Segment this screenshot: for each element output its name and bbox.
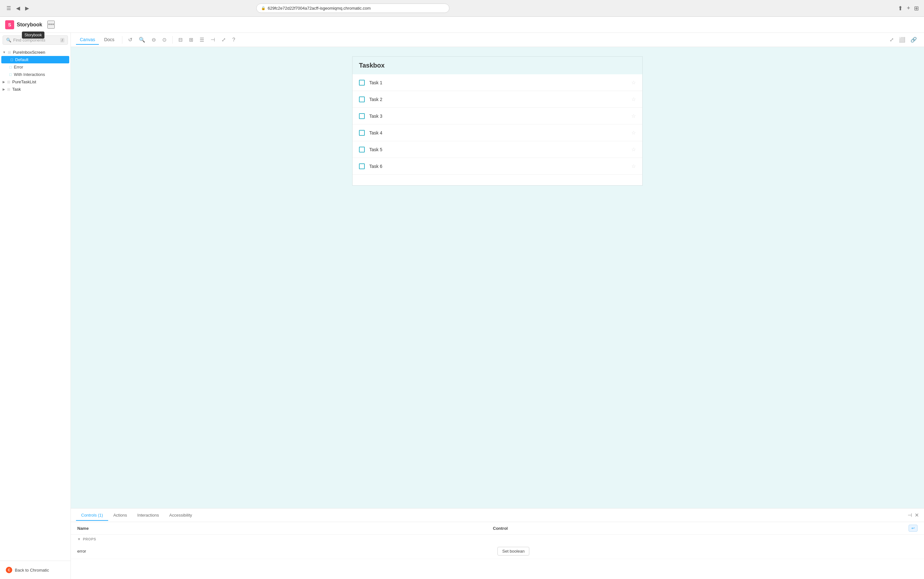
controls-control-col: Control — [493, 526, 909, 531]
tile-view-icon[interactable]: ⊞ — [187, 35, 195, 44]
zoom-in-icon[interactable]: 🔍 — [137, 35, 147, 44]
story-icon: ◻ — [9, 65, 12, 69]
task-label-1: Task 1 — [369, 80, 627, 85]
nav-item-label: Error — [14, 65, 23, 69]
storybook-logo-icon: S — [5, 20, 14, 29]
storybook-logo-text: Storybook — [17, 22, 42, 28]
table-row: Task 1 ☆ — [353, 74, 642, 91]
task-checkbox-3[interactable] — [359, 113, 365, 119]
task-checkbox-1[interactable] — [359, 80, 365, 85]
reset-controls-button[interactable]: ↩ — [909, 525, 917, 532]
grid-view-icon[interactable]: ⊟ — [176, 35, 184, 44]
zoom-reset-icon[interactable]: ⊙ — [160, 35, 168, 44]
table-row: Task 5 ☆ — [353, 141, 642, 158]
nav-group-header-pure-inbox-screen[interactable]: ▼ ⊞ PureInboxScreen — [0, 49, 71, 56]
tab-canvas[interactable]: Canvas — [76, 35, 99, 45]
group-label: PureInboxScreen — [13, 50, 45, 55]
toolbar-divider — [122, 36, 122, 44]
tab-interactions[interactable]: Interactions — [132, 510, 164, 521]
search-kbd: / — [60, 38, 64, 43]
new-tab-button[interactable]: + — [907, 5, 910, 11]
prop-control-error: Set boolean — [497, 547, 917, 556]
split-panel-icon[interactable]: ⊣ — [908, 512, 912, 518]
controls-name-col: Name — [77, 526, 493, 531]
story-icon: ◻ — [9, 72, 12, 77]
props-row-error: error Set boolean — [71, 544, 924, 559]
url-text: 629fc2e72d22f7004a72acff-isgeomiqmq.chro… — [268, 6, 371, 11]
group-label: PureTaskList — [12, 79, 36, 84]
group-label: Task — [12, 87, 21, 92]
task-checkbox-2[interactable] — [359, 96, 365, 102]
expand-icon[interactable]: ⤢ — [888, 35, 896, 44]
sidebar-item-default[interactable]: ◻ Default — [1, 56, 69, 63]
toolbar-tabs: Canvas Docs — [76, 35, 118, 45]
table-row: Task 4 ☆ — [353, 124, 642, 141]
group-icon: ⊞ — [8, 50, 11, 55]
sidebar-bottom: C Back to Chromatic — [0, 561, 71, 579]
tab-docs[interactable]: Docs — [100, 35, 118, 45]
tab-accessibility[interactable]: Accessibility — [164, 510, 197, 521]
task-checkbox-5[interactable] — [359, 147, 365, 152]
nav-group-header-pure-task-list[interactable]: ▶ ⊞ PureTaskList — [0, 78, 71, 85]
task-checkbox-6[interactable] — [359, 164, 365, 169]
toolbar-right: ⤢ ⬜ 🔗 — [888, 35, 919, 44]
sidebar-toggle-button[interactable]: ☰ — [5, 4, 12, 13]
back-to-chromatic-label: Back to Chromatic — [15, 568, 49, 572]
forward-button[interactable]: ▶ — [24, 4, 30, 13]
toolbar: Canvas Docs ↺ 🔍 ⊖ ⊙ ⊟ ⊞ ☰ ⊣ ⤢ ? ⤢ ⬜ 🔗 — [71, 33, 924, 47]
bottom-panel: Controls (1) Actions Interactions Access… — [71, 508, 924, 579]
share-button[interactable]: ⬆ — [898, 5, 903, 12]
storybook-header: S Storybook Storybook ••• — [0, 17, 924, 33]
controls-header: Name Control ↩ — [71, 522, 924, 535]
zoom-out-icon[interactable]: ⊖ — [150, 35, 158, 44]
copy-link-icon[interactable]: 🔗 — [909, 35, 919, 44]
nav-group-task: ▶ ⊞ Task — [0, 85, 71, 93]
task-star-1[interactable]: ☆ — [631, 79, 636, 85]
table-row: Task 3 ☆ — [353, 108, 642, 124]
nav-group-pure-inbox-screen: ▼ ⊞ PureInboxScreen ◻ Default ◻ Error ◻ — [0, 49, 71, 78]
split-view-icon[interactable]: ⊣ — [208, 35, 217, 44]
task-star-2[interactable]: ☆ — [631, 96, 636, 102]
browser-chrome: ☰ ◀ ▶ 🔒 629fc2e72d22f7004a72acff-isgeomi… — [0, 0, 924, 17]
nav-group-header-task[interactable]: ▶ ⊞ Task — [0, 85, 71, 93]
help-icon[interactable]: ? — [230, 36, 237, 44]
nav-item-label: Default — [15, 57, 28, 62]
list-view-icon[interactable]: ☰ — [198, 35, 206, 44]
canvas-area: Taskbox Task 1 ☆ Task 2 ☆ — [71, 47, 924, 508]
browser-controls: ☰ ◀ ▶ — [5, 4, 30, 13]
back-to-chromatic-button[interactable]: C Back to Chromatic — [4, 565, 67, 575]
chevron-down-icon: ▼ — [3, 51, 6, 54]
close-panel-icon[interactable]: ✕ — [915, 512, 919, 518]
prop-name-error: error — [77, 549, 497, 554]
nav-group-pure-task-list: ▶ ⊞ PureTaskList — [0, 78, 71, 85]
address-bar[interactable]: 🔒 629fc2e72d22f7004a72acff-isgeomiqmq.ch… — [256, 3, 450, 13]
task-star-4[interactable]: ☆ — [631, 130, 636, 136]
fullscreen-icon[interactable]: ⤢ — [220, 35, 228, 44]
props-section-label: PROPS — [83, 537, 96, 541]
props-section-header: ▼ PROPS — [71, 535, 924, 544]
task-label-3: Task 3 — [369, 114, 627, 119]
tab-actions[interactable]: Actions — [108, 510, 132, 521]
story-title: Taskbox — [353, 57, 642, 74]
sidebar-item-with-interactions[interactable]: ◻ With Interactions — [0, 71, 71, 78]
bottom-tab-right-controls: ⊣ ✕ — [908, 512, 919, 518]
chevron-down-icon: ▼ — [77, 537, 81, 541]
back-button[interactable]: ◀ — [15, 4, 21, 13]
storybook-menu-button[interactable]: ••• — [47, 21, 55, 29]
browser-right-controls: ⬆ + ⊞ — [898, 5, 919, 12]
sidebar-item-error[interactable]: ◻ Error — [0, 63, 71, 71]
task-label-5: Task 5 — [369, 147, 627, 152]
tab-controls[interactable]: Controls (1) — [76, 510, 108, 521]
task-star-6[interactable]: ☆ — [631, 163, 636, 169]
set-boolean-button[interactable]: Set boolean — [497, 547, 529, 556]
sidebar-nav: ▼ ⊞ PureInboxScreen ◻ Default ◻ Error ◻ — [0, 47, 71, 561]
controls-panel: Name Control ↩ ▼ PROPS error Set boolean — [71, 522, 924, 579]
task-star-5[interactable]: ☆ — [631, 146, 636, 152]
refresh-icon[interactable]: ↺ — [126, 35, 134, 44]
toolbar-divider-2 — [172, 36, 172, 44]
grid-button[interactable]: ⊞ — [914, 5, 919, 12]
task-label-4: Task 4 — [369, 130, 627, 136]
task-checkbox-4[interactable] — [359, 130, 365, 136]
external-link-icon[interactable]: ⬜ — [897, 35, 907, 44]
task-star-3[interactable]: ☆ — [631, 113, 636, 119]
